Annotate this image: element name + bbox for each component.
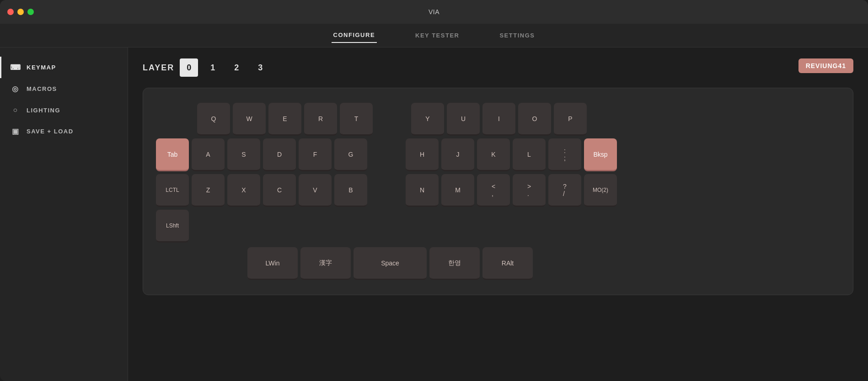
key-S[interactable]: S xyxy=(227,138,260,171)
key-N[interactable]: N xyxy=(406,174,439,207)
sidebar: ⌨ KEYMAP ◎ MACROS ○ LIGHTING ▣ SAVE + LO… xyxy=(0,48,128,381)
content-area: REVIUNG41 LAYER 0 1 2 3 Q W E R T Y xyxy=(128,48,868,381)
key-Space[interactable]: Space xyxy=(354,247,427,280)
key-LShft[interactable]: LShft xyxy=(156,210,189,243)
thumb-row: LWin 漢字 Space 한영 RAlt xyxy=(156,247,840,280)
key-L[interactable]: L xyxy=(513,138,546,171)
key-RAlt[interactable]: RAlt xyxy=(482,247,533,280)
key-row-1: Tab A S D F G H J K L :; Bksp xyxy=(156,138,840,171)
sidebar-label-lighting: LIGHTING xyxy=(27,107,60,114)
nav-tabs: CONFIGURE KEY TESTER SETTINGS xyxy=(0,24,868,48)
key-I[interactable]: I xyxy=(482,103,515,136)
key-F[interactable]: F xyxy=(299,138,332,171)
key-row-3: LShft xyxy=(156,210,840,243)
key-row-2: LCTL Z X C V B N M <, >. ?/ MO(2) xyxy=(156,174,840,207)
key-O[interactable]: O xyxy=(518,103,551,136)
layer-label: LAYER xyxy=(143,63,174,73)
key-A[interactable]: A xyxy=(192,138,225,171)
key-comma[interactable]: <, xyxy=(477,174,510,207)
key-spacer-2 xyxy=(370,174,403,207)
key-LWin[interactable]: LWin xyxy=(247,247,298,280)
sidebar-item-macros[interactable]: ◎ MACROS xyxy=(0,78,128,100)
key-K[interactable]: K xyxy=(477,138,510,171)
keyboard-layout: Q W E R T Y U I O P Tab A S D xyxy=(156,103,840,280)
key-G[interactable]: G xyxy=(334,138,367,171)
key-U[interactable]: U xyxy=(447,103,480,136)
key-spacer-0 xyxy=(375,103,408,136)
device-badge: REVIUNG41 xyxy=(798,58,853,73)
key-slash[interactable]: ?/ xyxy=(548,174,581,207)
macros-icon: ◎ xyxy=(11,85,20,93)
key-Hangul[interactable]: 한영 xyxy=(429,247,480,280)
layer-btn-1[interactable]: 1 xyxy=(204,58,222,77)
key-spacer-1 xyxy=(370,138,403,171)
sidebar-label-keymap: KEYMAP xyxy=(27,64,56,71)
sidebar-item-lighting[interactable]: ○ LIGHTING xyxy=(0,100,128,121)
sidebar-item-keymap[interactable]: ⌨ KEYMAP xyxy=(0,57,128,78)
save-icon: ▣ xyxy=(11,127,20,136)
layer-btn-0[interactable]: 0 xyxy=(180,58,198,77)
close-button[interactable] xyxy=(7,9,14,15)
key-D[interactable]: D xyxy=(263,138,296,171)
key-V[interactable]: V xyxy=(299,174,332,207)
lighting-icon: ○ xyxy=(11,106,20,114)
key-Tab[interactable]: Tab xyxy=(156,138,189,171)
key-X[interactable]: X xyxy=(227,174,260,207)
key-C[interactable]: C xyxy=(263,174,296,207)
app-title: VIA xyxy=(429,8,439,16)
key-J[interactable]: J xyxy=(441,138,474,171)
key-M[interactable]: M xyxy=(441,174,474,207)
layer-row: LAYER 0 1 2 3 xyxy=(143,58,853,77)
layer-btn-3[interactable]: 3 xyxy=(251,58,269,77)
key-W[interactable]: W xyxy=(233,103,266,136)
titlebar: VIA xyxy=(0,0,868,24)
key-H[interactable]: H xyxy=(406,138,439,171)
main-layout: ⌨ KEYMAP ◎ MACROS ○ LIGHTING ▣ SAVE + LO… xyxy=(0,48,868,381)
key-R[interactable]: R xyxy=(304,103,337,136)
minimize-button[interactable] xyxy=(17,9,24,15)
key-MO2[interactable]: MO(2) xyxy=(584,174,617,207)
key-period[interactable]: >. xyxy=(513,174,546,207)
key-Kanji[interactable]: 漢字 xyxy=(300,247,351,280)
key-semicolon[interactable]: :; xyxy=(548,138,581,171)
key-Y[interactable]: Y xyxy=(411,103,444,136)
key-E[interactable]: E xyxy=(268,103,301,136)
tab-settings[interactable]: SETTINGS xyxy=(498,28,536,42)
key-Bksp[interactable]: Bksp xyxy=(584,138,617,171)
tab-key-tester[interactable]: KEY TESTER xyxy=(413,28,461,42)
key-P[interactable]: P xyxy=(554,103,587,136)
layer-btn-2[interactable]: 2 xyxy=(227,58,246,77)
sidebar-label-save-load: SAVE + LOAD xyxy=(27,128,74,135)
keyboard-container: Q W E R T Y U I O P Tab A S D xyxy=(143,88,853,295)
sidebar-label-macros: MACROS xyxy=(27,85,57,92)
key-row-0: Q W E R T Y U I O P xyxy=(156,103,840,136)
titlebar-controls xyxy=(7,9,34,15)
sidebar-item-save-load[interactable]: ▣ SAVE + LOAD xyxy=(0,121,128,142)
key-Z[interactable]: Z xyxy=(192,174,225,207)
key-LCTL[interactable]: LCTL xyxy=(156,174,189,207)
maximize-button[interactable] xyxy=(27,9,34,15)
key-T[interactable]: T xyxy=(340,103,373,136)
key-B[interactable]: B xyxy=(334,174,367,207)
tab-configure[interactable]: CONFIGURE xyxy=(332,28,377,43)
keyboard-icon: ⌨ xyxy=(11,63,20,72)
key-Q[interactable]: Q xyxy=(197,103,230,136)
